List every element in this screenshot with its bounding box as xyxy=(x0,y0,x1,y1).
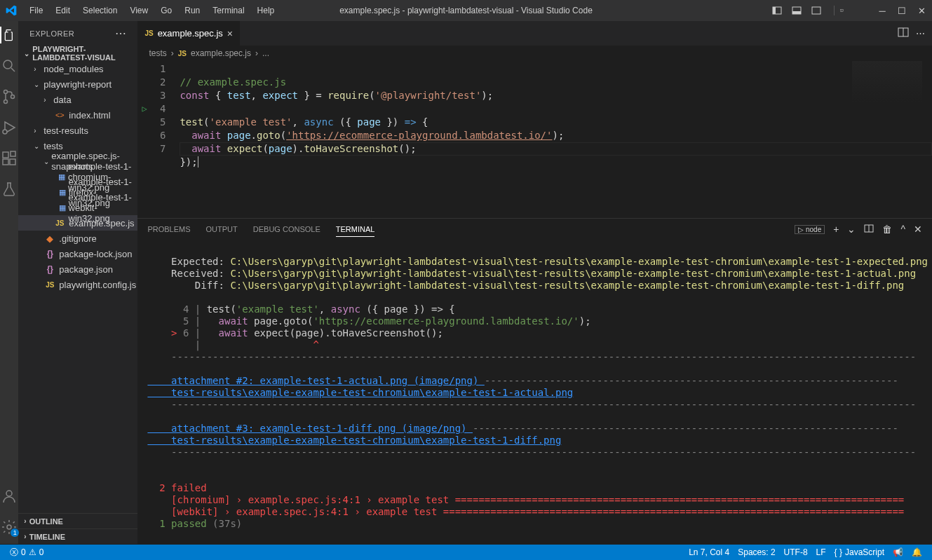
explorer-header: EXPLORER ⋯ xyxy=(18,21,137,46)
outline-section[interactable]: ›OUTLINE xyxy=(18,513,137,528)
source-control-tab-icon[interactable] xyxy=(1,88,18,105)
status-bar: ⓧ0 ⚠0 Ln 7, Col 4 Spaces: 2 UTF-8 LF { }… xyxy=(0,545,932,560)
file-package-json[interactable]: {}package.json xyxy=(18,261,137,277)
warning-icon: ⚠ xyxy=(29,547,36,557)
menu-terminal[interactable]: Terminal xyxy=(207,3,250,18)
breadcrumb-file[interactable]: example.spec.js xyxy=(191,48,251,58)
layout-primary-icon[interactable] xyxy=(772,6,782,15)
code-content[interactable]: // example.spec.js const { test, expect … xyxy=(180,61,932,218)
menu-bar: File Edit Selection View Go Run Terminal… xyxy=(24,3,280,18)
search-tab-icon[interactable] xyxy=(1,57,18,74)
folder-node-modules[interactable]: ›node_modules xyxy=(18,61,137,76)
run-glyph-icon[interactable]: ▷ xyxy=(142,102,147,116)
customize-layout-icon[interactable] xyxy=(834,6,844,15)
explorer-tab-icon[interactable] xyxy=(0,27,17,43)
layout-panel-icon[interactable] xyxy=(792,6,802,15)
menu-go[interactable]: Go xyxy=(155,3,177,18)
js-file-icon: JS xyxy=(178,50,187,57)
file-package-lock[interactable]: {}package-lock.json xyxy=(18,246,137,261)
editor-tabs: JS example.spec.js × ⋯ xyxy=(137,21,932,46)
terminal-dropdown-icon[interactable]: ⌄ xyxy=(847,224,856,235)
status-bell-icon[interactable]: 🔔 xyxy=(907,547,926,557)
svg-line-8 xyxy=(11,68,15,71)
menu-file[interactable]: File xyxy=(24,3,48,18)
svg-rect-17 xyxy=(11,151,15,156)
close-tab-icon[interactable]: × xyxy=(227,28,233,39)
terminal-output[interactable]: Expected: C:\Users\garyp\git\playwright-… xyxy=(137,240,932,544)
file-gitignore[interactable]: ◆.gitignore xyxy=(18,231,137,246)
line-numbers: ▷ 1234567 xyxy=(137,61,180,218)
status-feedback-icon[interactable]: 📢 xyxy=(889,547,907,557)
folder-data[interactable]: ›data xyxy=(18,92,137,107)
testing-tab-icon[interactable] xyxy=(1,181,18,198)
status-encoding[interactable]: UTF-8 xyxy=(780,547,812,557)
breadcrumb-symbol[interactable]: ... xyxy=(262,48,269,58)
panel-tab-problems[interactable]: PROBLEMS xyxy=(147,222,190,236)
file-index-html[interactable]: <>index.html xyxy=(18,107,137,123)
file-example-spec[interactable]: JSexample.spec.js xyxy=(18,215,137,231)
close-window-button[interactable]: ✕ xyxy=(917,6,926,15)
editor-area: JS example.spec.js × ⋯ tests› JS example… xyxy=(137,21,932,544)
minimap[interactable] xyxy=(852,61,922,103)
breadcrumb-folder[interactable]: tests xyxy=(149,48,166,58)
status-language[interactable]: { } JavaScript xyxy=(830,547,889,557)
menu-selection[interactable]: Selection xyxy=(77,3,123,18)
tab-example-spec[interactable]: JS example.spec.js × xyxy=(137,21,241,46)
activity-bar: 1 xyxy=(0,21,18,544)
extensions-tab-icon[interactable] xyxy=(1,150,18,167)
maximize-button[interactable]: ☐ xyxy=(897,6,907,15)
titlebar: File Edit Selection View Go Run Terminal… xyxy=(0,0,932,21)
panel-tab-debug[interactable]: DEBUG CONSOLE xyxy=(253,222,320,236)
svg-point-18 xyxy=(6,491,12,496)
svg-point-19 xyxy=(7,525,11,529)
file-snapshot-webkit[interactable]: ▦example-test-1-webkit-win32.png xyxy=(18,200,137,215)
js-file-icon: JS xyxy=(144,29,153,37)
breadcrumbs[interactable]: tests› JS example.spec.js› ... xyxy=(137,46,932,61)
explorer-sidebar: EXPLORER ⋯ ⌄PLAYWRIGHT-LAMBDATEST-VISUAL… xyxy=(18,21,137,544)
window-controls: ─ ☐ ✕ xyxy=(772,6,926,15)
split-terminal-icon[interactable] xyxy=(864,224,874,235)
tab-label: example.spec.js xyxy=(158,28,223,39)
svg-point-7 xyxy=(4,60,12,69)
minimize-button[interactable]: ─ xyxy=(877,6,887,15)
panel-tab-terminal[interactable]: TERMINAL xyxy=(336,222,375,237)
menu-edit[interactable]: Edit xyxy=(50,3,76,18)
folder-playwright-report[interactable]: ⌄playwright-report xyxy=(18,76,137,92)
explorer-more-icon[interactable]: ⋯ xyxy=(115,27,127,40)
panel-tabs: PROBLEMS OUTPUT DEBUG CONSOLE TERMINAL ▷… xyxy=(137,219,932,240)
split-editor-icon[interactable] xyxy=(898,27,909,40)
menu-help[interactable]: Help xyxy=(252,3,281,18)
layout-secondary-icon[interactable] xyxy=(811,6,821,15)
file-tree: ⌄PLAYWRIGHT-LAMBDATEST-VISUAL ›node_modu… xyxy=(18,46,137,513)
folder-test-results[interactable]: ›test-results xyxy=(18,123,137,138)
svg-rect-3 xyxy=(792,11,801,14)
error-icon: ⓧ xyxy=(10,547,18,559)
timeline-section[interactable]: ›TIMELINE xyxy=(18,528,137,544)
status-cursor[interactable]: Ln 7, Col 4 xyxy=(684,547,734,557)
status-eol[interactable]: LF xyxy=(812,547,830,557)
kill-terminal-icon[interactable]: 🗑 xyxy=(882,224,892,235)
workspace-folder-header[interactable]: ⌄PLAYWRIGHT-LAMBDATEST-VISUAL xyxy=(18,46,137,61)
account-icon[interactable] xyxy=(1,488,18,505)
svg-rect-16 xyxy=(10,159,15,165)
debug-tab-icon[interactable] xyxy=(1,119,18,136)
status-errors[interactable]: ⓧ0 ⚠0 xyxy=(6,547,48,559)
panel-tab-output[interactable]: OUTPUT xyxy=(206,222,238,236)
maximize-panel-icon[interactable]: ^ xyxy=(900,224,905,235)
new-terminal-icon[interactable]: + xyxy=(833,224,839,235)
bottom-panel: PROBLEMS OUTPUT DEBUG CONSOLE TERMINAL ▷… xyxy=(137,218,932,544)
svg-point-11 xyxy=(11,95,15,99)
svg-rect-4 xyxy=(812,7,820,14)
menu-view[interactable]: View xyxy=(124,3,154,18)
menu-run[interactable]: Run xyxy=(179,3,205,18)
code-editor[interactable]: ▷ 1234567 // example.spec.js const { tes… xyxy=(137,61,932,218)
close-panel-icon[interactable]: ✕ xyxy=(914,224,922,235)
settings-gear-icon[interactable]: 1 xyxy=(1,519,18,535)
status-spaces[interactable]: Spaces: 2 xyxy=(734,547,779,557)
svg-rect-1 xyxy=(773,7,776,14)
explorer-title: EXPLORER xyxy=(29,29,74,38)
svg-point-13 xyxy=(3,130,7,134)
terminal-launch-profile[interactable]: ▷ node xyxy=(795,225,825,234)
tab-more-icon[interactable]: ⋯ xyxy=(916,28,925,39)
file-playwright-config[interactable]: JSplaywright.config.js xyxy=(18,277,137,292)
